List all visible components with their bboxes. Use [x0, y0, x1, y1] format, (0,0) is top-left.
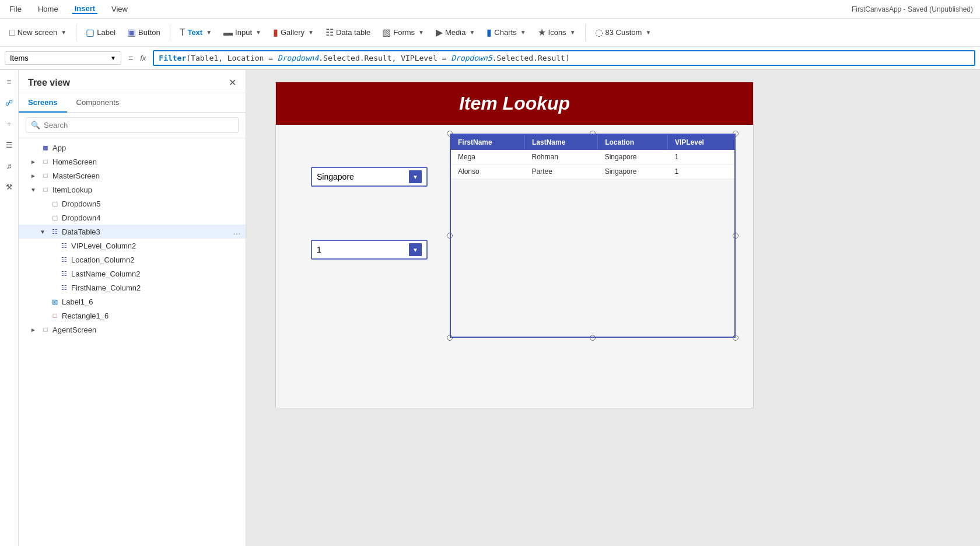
homescreen-icon: □: [41, 157, 50, 166]
tree-close-button[interactable]: ✕: [229, 77, 236, 88]
formula-filter: Filter: [159, 54, 186, 62]
tree-item-viplevel-col2[interactable]: ☷ VIPLevel_Column2: [19, 239, 246, 253]
input-button[interactable]: ▬ Input ▼: [219, 25, 266, 40]
dropdown-vip-chevron-icon: ▼: [409, 243, 422, 256]
charts-button[interactable]: ▮ Charts ▼: [482, 24, 530, 40]
new-screen-icon: □: [9, 27, 15, 38]
canvas-dropdown-vip[interactable]: 1 ▼: [311, 240, 428, 260]
menu-file[interactable]: File: [7, 5, 24, 13]
sidebar-add-icon[interactable]: +: [2, 117, 16, 131]
label1-6-icon: ▧: [50, 297, 60, 306]
sidebar-icons: ≡ ☍ + ☰ ♬ ⚒: [0, 70, 19, 546]
expand-icon-masterscreen: ►: [30, 173, 38, 179]
sidebar-tools-icon[interactable]: ⚒: [2, 180, 16, 194]
separator-1: [76, 24, 76, 41]
icons-icon: ★: [538, 27, 546, 38]
cell-lastname-1: Partee: [524, 164, 597, 179]
app-icon: ◼: [41, 143, 50, 152]
col-firstname: FirstName: [451, 135, 524, 150]
tree-item-location-col2[interactable]: ☷ Location_Column2: [19, 253, 246, 267]
table-row[interactable]: Mega Rohman Singapore 1: [451, 150, 734, 164]
label-button[interactable]: ▢ Label: [81, 24, 120, 40]
cell-lastname-0: Rohman: [524, 150, 597, 164]
custom-icon: ◌: [595, 27, 603, 38]
tree-item-agentscreen[interactable]: ► □ AgentScreen: [19, 323, 246, 337]
tree-item-app[interactable]: ◼ App: [19, 141, 246, 155]
separator-3: [585, 24, 586, 41]
new-screen-button[interactable]: □ New screen ▼: [5, 25, 71, 40]
menu-insert[interactable]: Insert: [72, 4, 97, 14]
media-button[interactable]: ▶ Media ▼: [431, 24, 480, 40]
tree-item-firstname-col2[interactable]: ☷ FirstName_Column2: [19, 281, 246, 295]
datatable3-options[interactable]: …: [233, 227, 241, 236]
data-table-button[interactable]: ☷ Data table: [321, 24, 375, 40]
new-screen-chevron-icon: ▼: [61, 29, 66, 36]
property-chevron-icon: ▼: [110, 55, 116, 61]
text-button[interactable]: T Text ▼: [175, 25, 216, 40]
agentscreen-icon: □: [41, 325, 50, 334]
app-title: FirstCanvasApp - Saved (Unpublished): [852, 5, 973, 13]
search-input-wrapper[interactable]: 🔍: [26, 117, 239, 133]
gallery-chevron-icon: ▼: [308, 29, 314, 36]
custom-button[interactable]: ◌ 83 Custom ▼: [590, 24, 656, 40]
menu-view[interactable]: View: [109, 5, 130, 13]
tab-screens[interactable]: Screens: [19, 93, 67, 113]
sidebar-home-icon[interactable]: ≡: [2, 75, 16, 89]
dropdown4-label: Dropdown4: [62, 214, 241, 222]
rectangle1-6-icon: □: [50, 311, 60, 320]
button-icon: ▣: [127, 27, 136, 38]
tree-item-itemlookup[interactable]: ▼ □ ItemLookup: [19, 183, 246, 197]
cell-firstname-0: Mega: [451, 150, 524, 164]
data-table-icon: ☷: [326, 27, 334, 38]
tree-item-dropdown5[interactable]: ▢ Dropdown5: [19, 197, 246, 211]
menu-bar: File Home Insert View FirstCanvasApp - S…: [0, 0, 980, 19]
canvas-dropdown-singapore[interactable]: Singapore ▼: [311, 167, 428, 187]
tree-item-masterscreen[interactable]: ► □ MasterScreen: [19, 169, 246, 183]
dropdown-vip-value: 1: [317, 245, 321, 254]
forms-button[interactable]: ▧ Forms ▼: [377, 24, 429, 40]
sidebar-data-icon[interactable]: ☰: [2, 138, 16, 152]
viplevel-col2-icon: ☷: [60, 241, 69, 250]
input-label: Input: [235, 28, 252, 37]
rectangle1-6-label: Rectangle1_6: [62, 312, 241, 320]
sidebar-media-icon[interactable]: ♬: [2, 159, 16, 173]
tree-title: Tree view: [28, 78, 70, 88]
tree-item-lastname-col2[interactable]: ☷ LastName_Column2: [19, 267, 246, 281]
dropdown4-icon: ▢: [50, 213, 60, 222]
homescreen-label: HomeScreen: [52, 158, 241, 166]
canvas-table-container: FirstName LastName Location VIPLevel Meg…: [450, 134, 736, 338]
tree-search: 🔍: [19, 113, 246, 138]
text-chevron-icon: ▼: [206, 29, 212, 36]
custom-chevron-icon: ▼: [645, 29, 651, 36]
sidebar-layers-icon[interactable]: ☍: [2, 96, 16, 110]
tree-item-rectangle1-6[interactable]: □ Rectangle1_6: [19, 309, 246, 323]
main-layout: ≡ ☍ + ☰ ♬ ⚒ Tree view ✕ Screens Componen…: [0, 70, 980, 546]
search-icon: 🔍: [31, 121, 40, 130]
icons-button[interactable]: ★ Icons ▼: [533, 24, 580, 40]
forms-icon: ▧: [382, 27, 391, 38]
viplevel-col2-label: VIPLevel_Column2: [71, 242, 241, 250]
property-dropdown[interactable]: Items ▼: [5, 51, 121, 65]
datatable3-icon: ☷: [50, 227, 60, 236]
formula-input[interactable]: Filter(Table1, Location = Dropdown4.Sele…: [153, 50, 975, 66]
menu-home[interactable]: Home: [36, 5, 61, 13]
search-input[interactable]: [44, 121, 233, 130]
tree-item-dropdown4[interactable]: ▢ Dropdown4: [19, 211, 246, 225]
gallery-label: Gallery: [281, 28, 304, 37]
item-lookup-header: Item Lookup: [276, 82, 753, 125]
expand-icon-homescreen: ►: [30, 159, 38, 165]
dropdown-singapore-value: Singapore: [317, 172, 354, 181]
gallery-button[interactable]: ▮ Gallery ▼: [268, 24, 318, 40]
table-row[interactable]: Alonso Partee Singapore 1: [451, 164, 734, 179]
tab-components[interactable]: Components: [67, 93, 129, 113]
tree-item-homescreen[interactable]: ► □ HomeScreen: [19, 155, 246, 169]
label1-6-label: Label1_6: [62, 298, 241, 306]
formula-bar: Items ▼ = fx Filter(Table1, Location = D…: [0, 47, 980, 70]
tree-item-datatable3[interactable]: ▼ ☷ DataTable3 …: [19, 225, 246, 239]
col-lastname: LastName: [524, 135, 597, 150]
tree-item-label1-6[interactable]: ▧ Label1_6: [19, 295, 246, 309]
button-toolbar-button[interactable]: ▣ Button: [123, 24, 165, 40]
datatable-wrapper: FirstName LastName Location VIPLevel Meg…: [450, 134, 736, 338]
icons-chevron-icon: ▼: [570, 29, 576, 36]
cell-location-1: Singapore: [598, 164, 668, 179]
